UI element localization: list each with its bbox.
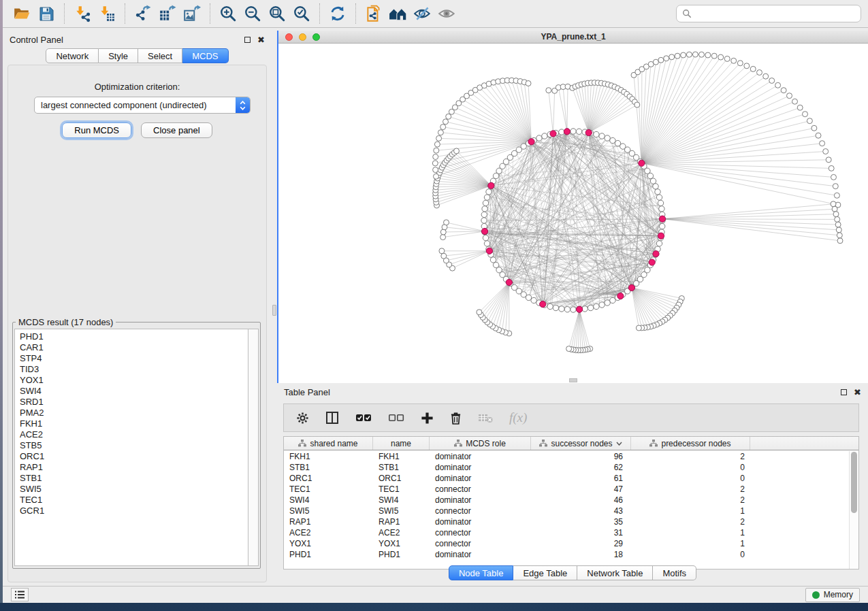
delete-table-button[interactable] — [478, 412, 493, 423]
column-header-MCDS-role[interactable]: MCDS role — [430, 437, 531, 450]
network-node[interactable] — [446, 114, 451, 119]
close-window-icon[interactable] — [285, 33, 293, 41]
network-node[interactable] — [658, 57, 664, 63]
result-node-item[interactable]: YOX1 — [20, 375, 248, 386]
table-row[interactable]: YOX1YOX1connector291 — [284, 538, 849, 549]
result-node-item[interactable]: CAR1 — [20, 342, 248, 353]
network-node[interactable] — [659, 206, 664, 212]
network-node[interactable] — [831, 174, 837, 180]
close-panel-icon[interactable]: ✖ — [257, 35, 265, 44]
scrollbar-thumb[interactable] — [851, 452, 857, 513]
export-image-button[interactable] — [180, 2, 204, 25]
result-node-item[interactable]: ACE2 — [20, 429, 248, 440]
mcds-hub-node[interactable] — [628, 284, 634, 291]
network-node[interactable] — [718, 54, 724, 60]
table-row[interactable]: FKH1FKH1dominator962 — [284, 451, 849, 462]
float-panel-icon[interactable] — [841, 389, 847, 395]
mcds-hub-node[interactable] — [653, 251, 659, 257]
mcds-hub-node[interactable] — [486, 248, 492, 254]
network-node[interactable] — [434, 142, 440, 147]
network-node[interactable] — [675, 53, 680, 59]
network-node[interactable] — [576, 129, 581, 134]
select-all-button[interactable] — [355, 413, 372, 423]
network-node[interactable] — [531, 297, 536, 303]
search-input[interactable] — [692, 9, 855, 18]
maximize-window-icon[interactable] — [312, 33, 320, 41]
network-node[interactable] — [432, 161, 438, 166]
criterion-select[interactable]: largest connected component (undirected) — [34, 97, 251, 114]
network-node[interactable] — [744, 63, 750, 69]
mcds-hub-node[interactable] — [481, 228, 487, 234]
mcds-hub-node[interactable] — [528, 139, 534, 145]
close-panel-icon[interactable]: ✖ — [854, 388, 861, 397]
network-node[interactable] — [482, 206, 487, 212]
network-node[interactable] — [832, 206, 837, 212]
network-node[interactable] — [559, 306, 564, 312]
network-node[interactable] — [831, 201, 836, 207]
network-node[interactable] — [433, 167, 438, 173]
network-node[interactable] — [837, 238, 843, 244]
network-node[interactable] — [787, 93, 792, 99]
function-builder-button[interactable]: f(x) — [509, 410, 527, 425]
network-node[interactable] — [559, 129, 564, 135]
column-header-successor-nodes[interactable]: successor nodes — [531, 437, 631, 450]
network-node[interactable] — [486, 189, 492, 195]
result-node-item[interactable]: PMA2 — [20, 408, 248, 418]
mcds-hub-node[interactable] — [649, 259, 655, 265]
network-node[interactable] — [443, 119, 449, 125]
network-node[interactable] — [481, 218, 487, 223]
network-node[interactable] — [816, 133, 821, 138]
network-node[interactable] — [599, 133, 605, 139]
network-node[interactable] — [570, 307, 576, 312]
result-node-item[interactable]: RAP1 — [20, 462, 248, 473]
network-node[interactable] — [526, 81, 531, 86]
network-node[interactable] — [483, 200, 488, 205]
network-node[interactable] — [724, 56, 730, 61]
zoom-out-button[interactable] — [240, 2, 265, 25]
network-node[interactable] — [807, 118, 812, 124]
float-panel-icon[interactable] — [244, 37, 251, 43]
open-session-button[interactable] — [10, 2, 34, 25]
tab-mcds[interactable]: MCDS — [182, 48, 228, 63]
save-session-button[interactable] — [34, 2, 59, 25]
result-node-item[interactable]: SWI5 — [20, 484, 248, 495]
result-node-item[interactable]: FKH1 — [20, 418, 248, 429]
result-node-item[interactable]: GCR1 — [20, 506, 248, 516]
create-column-button[interactable] — [421, 412, 434, 425]
network-node[interactable] — [636, 325, 641, 331]
network-node[interactable] — [605, 300, 610, 306]
tab-network[interactable]: Network — [46, 48, 99, 63]
export-network-button[interactable] — [131, 2, 155, 25]
mcds-hub-node[interactable] — [585, 129, 592, 135]
zoom-selected-button[interactable] — [289, 2, 314, 25]
mcds-hub-node[interactable] — [577, 306, 583, 312]
table-row[interactable]: PHD1PHD1dominator180 — [284, 549, 849, 560]
network-node[interactable] — [731, 58, 737, 63]
minimize-window-icon[interactable] — [299, 33, 306, 41]
network-node[interactable] — [493, 262, 498, 267]
network-node[interactable] — [605, 135, 610, 141]
show-columns-button[interactable] — [325, 411, 339, 425]
mcds-hub-node[interactable] — [617, 293, 624, 299]
deselect-all-button[interactable] — [388, 413, 404, 423]
tab-network-table[interactable]: Network Table — [577, 565, 653, 580]
network-node[interactable] — [653, 184, 658, 189]
network-node[interactable] — [656, 195, 662, 200]
run-mcds-button[interactable]: Run MCDS — [62, 122, 131, 138]
network-node[interactable] — [681, 52, 686, 58]
network-node[interactable] — [835, 222, 841, 227]
network-node[interactable] — [833, 212, 839, 217]
network-node[interactable] — [444, 220, 449, 225]
network-node[interactable] — [763, 73, 769, 79]
result-node-item[interactable]: SRD1 — [20, 397, 248, 408]
network-node[interactable] — [836, 227, 841, 233]
network-node[interactable] — [599, 302, 605, 308]
network-node[interactable] — [481, 212, 487, 217]
network-node[interactable] — [647, 173, 653, 178]
network-node[interactable] — [594, 131, 599, 137]
network-node[interactable] — [610, 297, 615, 303]
network-node[interactable] — [837, 233, 842, 238]
mcds-hub-node[interactable] — [550, 131, 556, 137]
network-node[interactable] — [660, 223, 665, 229]
network-node[interactable] — [737, 61, 743, 66]
